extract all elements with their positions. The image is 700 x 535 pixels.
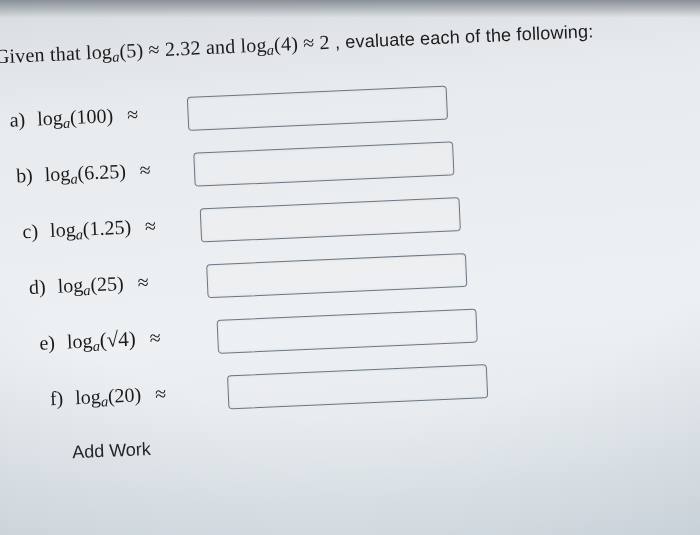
answer-input-f[interactable]: [227, 364, 488, 409]
question-row: d) loga(25) ≈: [0, 244, 667, 307]
answer-input-b[interactable]: [193, 141, 454, 186]
answer-input-d[interactable]: [206, 253, 467, 298]
answer-input-a[interactable]: [187, 85, 448, 130]
sqrt-icon: (√4): [99, 327, 136, 353]
log-expression-2: loga(4): [240, 32, 298, 56]
prompt-prefix: Given that: [0, 41, 86, 67]
question-row: b) loga(6.25) ≈: [0, 132, 662, 195]
question-label-c: c) loga(1.25) ≈: [22, 213, 193, 246]
question-row: f) loga(20) ≈: [1, 356, 672, 419]
question-row: a) loga(100) ≈: [0, 76, 660, 139]
question-prompt: Given that loga(5) ≈ 2.32 and loga(4) ≈ …: [0, 16, 657, 71]
log-expression-1: loga(5): [85, 39, 143, 63]
question-label-e: e) loga(√4) ≈: [39, 324, 210, 358]
answer-input-c[interactable]: [200, 197, 461, 242]
add-work-button[interactable]: Add Work: [4, 416, 674, 466]
answer-input-e[interactable]: [217, 308, 478, 353]
prompt-tail: , evaluate each of the following:: [329, 21, 594, 52]
question-row: c) loga(1.25) ≈: [0, 188, 665, 251]
question-label-b: b) loga(6.25) ≈: [16, 157, 187, 190]
question-label-a: a) loga(100) ≈: [9, 101, 180, 134]
question-label-d: d) loga(25) ≈: [28, 268, 199, 301]
value-1: 2.32: [164, 36, 201, 60]
question-row: e) loga(√4) ≈: [0, 300, 670, 363]
worksheet-content: Given that loga(5) ≈ 2.32 and loga(4) ≈ …: [0, 0, 695, 486]
question-label-f: f) loga(20) ≈: [49, 380, 220, 413]
